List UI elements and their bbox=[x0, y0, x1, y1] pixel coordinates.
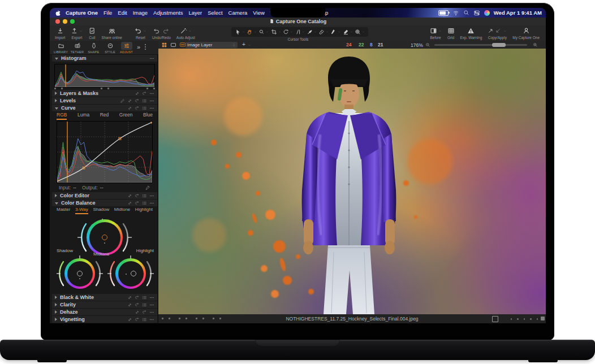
panel-header-vignetting[interactable]: Vignetting bbox=[52, 316, 157, 323]
reset-icon[interactable] bbox=[135, 193, 140, 198]
apple-menu-icon[interactable] bbox=[54, 9, 62, 16]
edit-selected-checkbox[interactable] bbox=[492, 316, 498, 322]
crop-tool[interactable] bbox=[271, 29, 281, 35]
tab-adjust[interactable]: ADJUST bbox=[118, 41, 135, 54]
add-layer-button[interactable]: + bbox=[242, 41, 245, 47]
zoom-tool[interactable] bbox=[258, 29, 269, 35]
curve-tab-blue[interactable]: Blue bbox=[143, 112, 153, 120]
battery-icon[interactable] bbox=[438, 10, 449, 16]
control-center-icon[interactable] bbox=[473, 10, 480, 16]
cb-tab-3way[interactable]: 3-Way bbox=[75, 207, 88, 214]
siri-icon[interactable] bbox=[484, 10, 490, 16]
more-icon[interactable] bbox=[149, 310, 154, 315]
copy-adjustments-icon[interactable] bbox=[127, 295, 132, 300]
curve-tab-green[interactable]: Green bbox=[119, 112, 133, 120]
wifi-icon[interactable] bbox=[452, 10, 459, 16]
panel-header-histogram[interactable]: Histogram bbox=[52, 55, 157, 62]
panel-header-color-editor[interactable]: Color Editor bbox=[52, 192, 157, 200]
more-icon[interactable] bbox=[149, 317, 154, 322]
tab-tether[interactable]: TETHER bbox=[69, 41, 85, 54]
copy-adjustments-icon[interactable] bbox=[127, 317, 132, 322]
tab-shape[interactable]: SHAPE bbox=[85, 41, 102, 54]
curve-tab-luma[interactable]: Luma bbox=[77, 112, 89, 120]
pan-tool[interactable] bbox=[247, 29, 257, 35]
heal-tool[interactable] bbox=[343, 29, 353, 35]
panel-header-black-white[interactable]: Black & White bbox=[52, 294, 157, 301]
tab-style[interactable]: STYLE bbox=[102, 41, 118, 54]
more-icon[interactable] bbox=[149, 295, 154, 300]
zoom-in-icon[interactable] bbox=[533, 42, 538, 47]
reset-icon[interactable] bbox=[135, 106, 140, 111]
more-icon[interactable] bbox=[149, 201, 154, 206]
reset-icon[interactable] bbox=[142, 310, 147, 315]
menu-layer[interactable]: Layer bbox=[186, 10, 205, 16]
spot-removal-tool[interactable] bbox=[307, 29, 317, 35]
reset-icon[interactable] bbox=[135, 98, 140, 103]
my-capture-one-button[interactable]: My Capture One bbox=[510, 25, 542, 40]
color-tag[interactable] bbox=[541, 317, 545, 320]
select-tool[interactable] bbox=[235, 29, 245, 35]
presets-icon[interactable] bbox=[142, 201, 147, 206]
image-canvas[interactable] bbox=[158, 49, 546, 314]
layer-dropdown[interactable]: Image Layer bbox=[186, 42, 238, 48]
before-button[interactable]: Before bbox=[427, 25, 445, 40]
reset-button[interactable]: Reset bbox=[132, 25, 149, 40]
panel-header-clarity[interactable]: Clarity bbox=[52, 301, 157, 309]
zoom-slider-thumb[interactable] bbox=[492, 43, 506, 47]
more-icon[interactable] bbox=[149, 106, 154, 111]
reset-icon[interactable] bbox=[135, 317, 140, 322]
multi-view-icon[interactable] bbox=[161, 42, 167, 48]
copy-adjustments-icon[interactable] bbox=[135, 310, 140, 315]
more-icon[interactable] bbox=[149, 56, 154, 61]
reset-icon[interactable] bbox=[135, 295, 140, 300]
single-view-icon[interactable] bbox=[170, 42, 176, 48]
share-online-button[interactable]: Share online bbox=[98, 25, 125, 40]
reset-icon[interactable] bbox=[142, 91, 147, 96]
more-icon[interactable] bbox=[149, 98, 154, 103]
auto-adjust-button[interactable]: Auto Adjust bbox=[174, 25, 198, 40]
menu-image[interactable]: Image bbox=[130, 10, 150, 16]
erase-mask-tool[interactable] bbox=[318, 29, 329, 35]
cb-tab-midtone[interactable]: Midtone bbox=[114, 207, 130, 214]
spotlight-icon[interactable] bbox=[463, 10, 469, 16]
menu-file[interactable]: File bbox=[101, 10, 115, 16]
undo-redo-buttons[interactable]: Undo/Redo bbox=[149, 25, 174, 40]
tab-library[interactable]: LIBRARY bbox=[53, 41, 69, 54]
tool-tab-options-icon[interactable] bbox=[145, 44, 146, 45]
panel-header-color-balance[interactable]: Color Balance bbox=[52, 200, 157, 207]
more-icon[interactable] bbox=[149, 91, 154, 96]
eyedropper-icon[interactable] bbox=[145, 185, 150, 190]
copy-adjustments-icon[interactable] bbox=[127, 106, 132, 111]
menu-capture-one[interactable]: Capture One bbox=[63, 10, 101, 16]
redo-icon[interactable] bbox=[162, 28, 169, 34]
copy-adjustments-icon[interactable] bbox=[127, 98, 132, 103]
menu-select[interactable]: Select bbox=[205, 10, 225, 16]
more-tool-tabs-button[interactable]: » bbox=[137, 44, 140, 50]
star-rating[interactable] bbox=[511, 318, 538, 320]
grid-button[interactable]: Grid bbox=[445, 25, 458, 40]
presets-icon[interactable] bbox=[142, 302, 147, 307]
copy-adjustments-icon[interactable] bbox=[127, 193, 132, 198]
curve-graph[interactable] bbox=[57, 121, 153, 183]
menu-camera[interactable]: Camera bbox=[226, 10, 251, 16]
more-icon[interactable] bbox=[149, 302, 154, 307]
panel-header-dehaze[interactable]: Dehaze bbox=[52, 309, 157, 316]
chevron-down-icon[interactable] bbox=[248, 44, 251, 47]
export-button[interactable]: Export bbox=[68, 25, 85, 40]
cull-button[interactable]: Cull bbox=[85, 25, 98, 40]
draw-mask-tool[interactable] bbox=[330, 29, 340, 35]
panel-header-layers-masks[interactable]: Layers & Masks bbox=[52, 90, 157, 97]
reset-icon[interactable] bbox=[135, 302, 140, 307]
cb-tab-highlight[interactable]: Highlight bbox=[135, 207, 153, 214]
straighten-tool[interactable] bbox=[295, 29, 305, 35]
panel-header-curve[interactable]: Curve bbox=[52, 105, 157, 112]
exposure-warning-button[interactable]: Exp. Warning bbox=[458, 25, 485, 40]
rotate-tool[interactable] bbox=[283, 29, 293, 35]
panel-header-levels[interactable]: Levels bbox=[52, 97, 157, 105]
cb-tab-master[interactable]: Master bbox=[57, 207, 70, 214]
zoom-slider[interactable] bbox=[434, 44, 527, 46]
midtone-wheel-handle[interactable] bbox=[102, 235, 107, 240]
undo-icon[interactable] bbox=[153, 28, 160, 34]
copy-apply-button[interactable]: Copy/Apply bbox=[485, 25, 510, 40]
presets-icon[interactable] bbox=[142, 317, 147, 322]
